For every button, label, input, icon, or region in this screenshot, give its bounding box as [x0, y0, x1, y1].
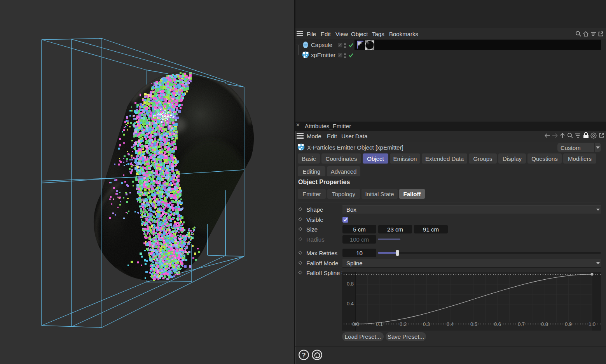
svg-text:0.0: 0.0 [352, 321, 359, 327]
svg-text:?: ? [302, 352, 306, 359]
svg-text:0.6: 0.6 [494, 321, 501, 327]
svg-text:0.3: 0.3 [423, 321, 430, 327]
svg-text:0.8: 0.8 [541, 321, 548, 327]
svg-text:0.1: 0.1 [376, 321, 383, 327]
svg-text:0.4: 0.4 [347, 301, 354, 307]
svg-text:0.7: 0.7 [518, 321, 525, 327]
svg-text:0.9: 0.9 [565, 321, 572, 327]
svg-text:0.4: 0.4 [447, 321, 454, 327]
svg-text:1.0: 1.0 [589, 321, 596, 327]
svg-text:0.5: 0.5 [470, 321, 477, 327]
svg-text:0.2: 0.2 [400, 321, 407, 327]
svg-text:0.8: 0.8 [347, 281, 354, 287]
